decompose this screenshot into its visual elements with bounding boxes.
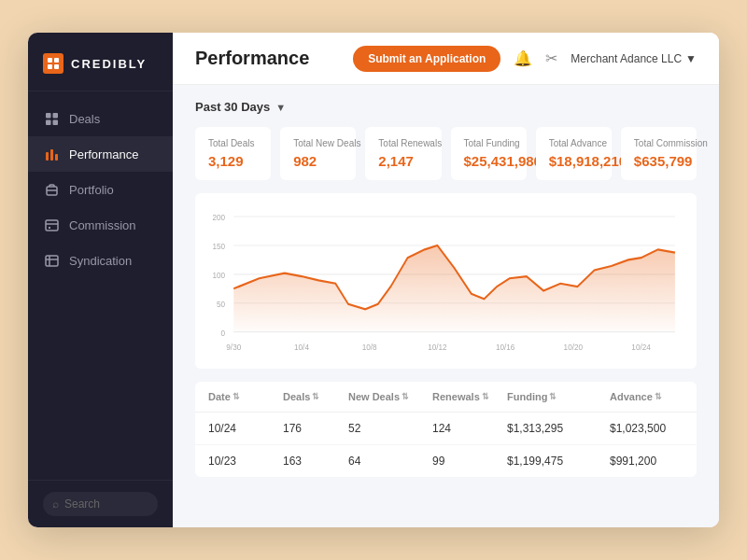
svg-text:10/20: 10/20 bbox=[564, 343, 583, 353]
row2-renewals: 99 bbox=[432, 455, 507, 468]
svg-text:10/4: 10/4 bbox=[294, 343, 309, 353]
svg-text:10/12: 10/12 bbox=[428, 343, 446, 353]
sidebar-item-syndication-label: Syndication bbox=[69, 254, 132, 268]
stat-card-commission: Total Commission $635,799 bbox=[621, 127, 697, 180]
svg-rect-3 bbox=[54, 64, 59, 69]
svg-text:100: 100 bbox=[213, 271, 226, 281]
stat-card-new-deals: Total New Deals 982 bbox=[280, 127, 356, 180]
grid-icon: ✂ bbox=[545, 49, 557, 67]
chart-card: 200 150 100 50 0 9/30 10/4 10/8 10/12 10… bbox=[195, 193, 697, 369]
stat-value-commission: $635,799 bbox=[634, 153, 684, 169]
row1-funding: $1,313,295 bbox=[507, 422, 610, 435]
svg-rect-4 bbox=[46, 113, 51, 119]
stat-card-funding: Total Funding $25,431,980 bbox=[451, 127, 527, 180]
svg-rect-2 bbox=[48, 64, 52, 69]
search-box[interactable]: ⌕ bbox=[43, 492, 158, 516]
svg-rect-15 bbox=[49, 227, 50, 229]
svg-text:10/8: 10/8 bbox=[362, 343, 377, 353]
sort-icon-new-deals[interactable]: ⇅ bbox=[402, 392, 409, 401]
sidebar-item-performance[interactable]: Performance bbox=[28, 136, 173, 172]
main-content: Performance Submit an Application 🔔 ✂ Me… bbox=[173, 33, 719, 527]
sidebar-item-portfolio[interactable]: Portfolio bbox=[28, 172, 173, 207]
sort-icon-advance[interactable]: ⇅ bbox=[655, 392, 662, 401]
svg-rect-13 bbox=[46, 220, 58, 231]
col-advance: Advance ⇅ bbox=[610, 391, 697, 402]
row2-deals: 163 bbox=[283, 455, 348, 468]
stat-value-advance: $18,918,210 bbox=[549, 153, 599, 169]
col-new-deals: New Deals ⇅ bbox=[348, 391, 432, 402]
portfolio-icon bbox=[43, 181, 60, 198]
col-deals: Deals ⇅ bbox=[283, 391, 348, 402]
sort-icon-date[interactable]: ⇅ bbox=[233, 392, 240, 401]
stat-label-renewals: Total Renewals bbox=[378, 138, 428, 148]
row2-advance: $991,200 bbox=[610, 455, 697, 468]
svg-text:10/24: 10/24 bbox=[631, 343, 650, 353]
sort-icon-deals[interactable]: ⇅ bbox=[312, 392, 319, 401]
grid-menu-button[interactable]: ✂ bbox=[545, 49, 557, 67]
stat-label-commission: Total Commission bbox=[634, 138, 684, 148]
col-date: Date ⇅ bbox=[208, 391, 283, 402]
sidebar-item-commission-label: Commission bbox=[69, 218, 136, 232]
row1-deals: 176 bbox=[283, 422, 348, 435]
sidebar-item-deals[interactable]: Deals bbox=[28, 101, 173, 136]
svg-rect-0 bbox=[48, 58, 52, 63]
period-chevron-icon: ▼ bbox=[275, 102, 286, 113]
content-area: Past 30 Days ▼ Total Deals 3,129 Total N… bbox=[173, 85, 719, 527]
stat-card-advance: Total Advance $18,918,210 bbox=[536, 127, 612, 180]
deals-icon bbox=[43, 110, 60, 127]
row2-date: 10/23 bbox=[208, 455, 283, 468]
row2-new-deals: 64 bbox=[348, 455, 432, 468]
stat-value-total-deals: 3,129 bbox=[208, 153, 258, 169]
svg-rect-5 bbox=[52, 113, 58, 119]
row1-renewals: 124 bbox=[432, 422, 507, 435]
sort-icon-funding[interactable]: ⇅ bbox=[549, 392, 557, 401]
sidebar-item-commission[interactable]: Commission bbox=[28, 207, 173, 243]
sidebar-logo: CREDIBLY bbox=[28, 33, 173, 91]
stat-card-renewals: Total Renewals 2,147 bbox=[365, 127, 441, 180]
stat-value-renewals: 2,147 bbox=[378, 153, 428, 169]
submit-application-button[interactable]: Submit an Application bbox=[353, 46, 500, 72]
svg-text:0: 0 bbox=[221, 328, 226, 338]
sidebar-item-syndication[interactable]: Syndication bbox=[28, 243, 173, 278]
stat-label-total-deals: Total Deals bbox=[208, 138, 258, 148]
table-header: Date ⇅ Deals ⇅ New Deals ⇅ Renewals ⇅ bbox=[195, 382, 697, 413]
svg-rect-6 bbox=[46, 119, 51, 125]
row1-advance: $1,023,500 bbox=[610, 422, 697, 435]
row1-new-deals: 52 bbox=[348, 422, 432, 435]
svg-rect-9 bbox=[50, 149, 53, 161]
line-chart: 200 150 100 50 0 9/30 10/4 10/8 10/12 10… bbox=[208, 206, 684, 356]
period-label: Past 30 Days bbox=[195, 100, 270, 114]
stats-row: Total Deals 3,129 Total New Deals 982 To… bbox=[195, 127, 697, 180]
sidebar-item-portfolio-label: Portfolio bbox=[69, 183, 114, 197]
chevron-down-icon: ▼ bbox=[685, 52, 697, 65]
svg-text:50: 50 bbox=[217, 299, 225, 309]
search-input[interactable] bbox=[64, 497, 148, 511]
svg-text:200: 200 bbox=[213, 213, 226, 223]
table-row: 10/23 163 64 99 $1,199,475 $991,200 $30,… bbox=[195, 445, 697, 477]
svg-rect-8 bbox=[46, 152, 49, 161]
stat-label-advance: Total Advance bbox=[549, 138, 599, 148]
table-card: Date ⇅ Deals ⇅ New Deals ⇅ Renewals ⇅ bbox=[195, 382, 697, 477]
header: Performance Submit an Application 🔔 ✂ Me… bbox=[173, 33, 719, 85]
col-renewals: Renewals ⇅ bbox=[432, 391, 507, 402]
stat-label-funding: Total Funding bbox=[464, 138, 514, 148]
stat-value-new-deals: 982 bbox=[293, 153, 343, 169]
commission-icon bbox=[43, 217, 60, 233]
notification-button[interactable]: 🔔 bbox=[514, 49, 532, 67]
logo-icon bbox=[43, 53, 63, 74]
row1-date: 10/24 bbox=[208, 422, 283, 435]
row2-funding: $1,199,475 bbox=[507, 455, 610, 468]
col-funding: Funding ⇅ bbox=[507, 391, 610, 402]
sidebar: CREDIBLY Deals bbox=[28, 33, 173, 527]
sidebar-item-deals-label: Deals bbox=[69, 112, 100, 126]
sort-icon-renewals[interactable]: ⇅ bbox=[482, 392, 489, 401]
chart-area: 200 150 100 50 0 9/30 10/4 10/8 10/12 10… bbox=[208, 206, 684, 356]
svg-text:10/16: 10/16 bbox=[496, 343, 514, 353]
svg-text:150: 150 bbox=[213, 242, 226, 252]
period-selector[interactable]: Past 30 Days ▼ bbox=[195, 100, 697, 114]
svg-rect-1 bbox=[54, 58, 59, 63]
syndication-icon bbox=[43, 252, 60, 269]
merchant-selector[interactable]: Merchant Adance LLC ▼ bbox=[571, 52, 697, 65]
logo-text: CREDIBLY bbox=[71, 57, 147, 71]
svg-rect-7 bbox=[52, 119, 58, 125]
